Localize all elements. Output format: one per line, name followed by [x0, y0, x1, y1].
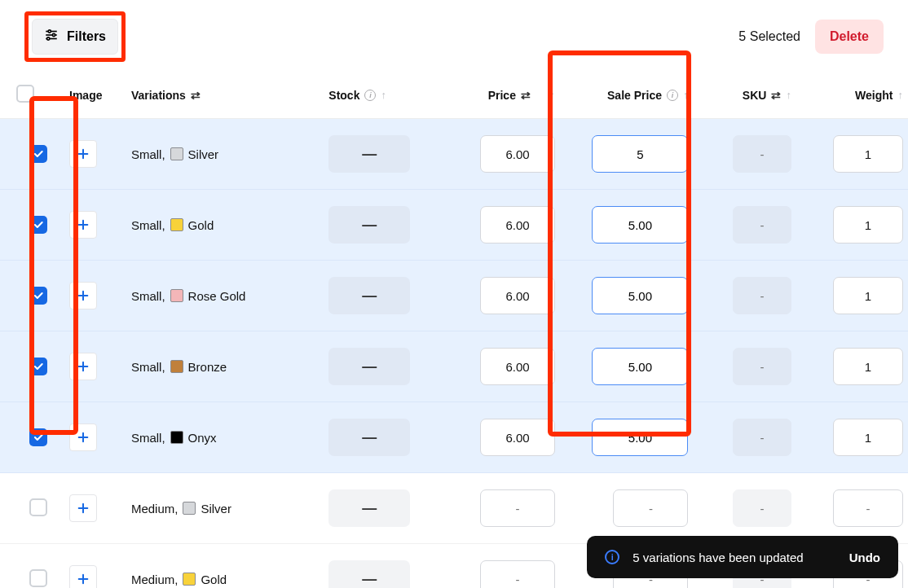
toast: i 5 variations have been updated Undo	[587, 536, 898, 578]
col-stock[interactable]: Stock	[328, 89, 359, 102]
weight-input[interactable]	[833, 348, 903, 385]
delete-button[interactable]: Delete	[815, 20, 884, 54]
stock-cell[interactable]: —	[328, 348, 410, 385]
row-checkbox[interactable]	[29, 145, 47, 163]
sale-price-input[interactable]	[592, 419, 688, 456]
sale-price-input[interactable]	[592, 348, 688, 385]
sku-input[interactable]	[733, 419, 791, 456]
undo-button[interactable]: Undo	[849, 551, 880, 564]
sort-up-icon[interactable]: ↑	[550, 89, 556, 101]
variation-color: Silver	[188, 147, 219, 161]
weight-input[interactable]	[833, 135, 903, 173]
row-checkbox[interactable]	[29, 498, 47, 516]
info-icon[interactable]: i	[667, 90, 678, 101]
weight-input[interactable]	[833, 419, 903, 456]
variation-color: Bronze	[188, 360, 227, 374]
variation-size: Small,	[131, 360, 165, 374]
sale-price-input[interactable]	[592, 277, 688, 314]
variation-size: Small,	[131, 431, 165, 445]
sku-input[interactable]	[733, 489, 791, 527]
price-input[interactable]	[480, 135, 555, 173]
filters-highlight: Filters	[24, 11, 126, 62]
add-image-button[interactable]	[69, 211, 97, 239]
sku-input[interactable]	[733, 348, 791, 385]
selected-count: 5 Selected	[738, 29, 800, 44]
weight-input[interactable]	[833, 489, 903, 527]
variation-label: Small,Rose Gold	[131, 289, 319, 303]
sort-up-icon[interactable]: ↑	[381, 89, 386, 101]
variation-color: Onyx	[188, 431, 217, 445]
sort-up-icon[interactable]: ↑	[786, 89, 791, 101]
table-row[interactable]: Small,Onyx—	[0, 402, 908, 473]
col-sale-price[interactable]: Sale Price	[607, 89, 662, 102]
add-image-button[interactable]	[69, 353, 97, 380]
filters-label: Filters	[67, 29, 106, 44]
variation-size: Medium,	[131, 573, 179, 586]
filters-button[interactable]: Filters	[32, 19, 118, 55]
row-checkbox[interactable]	[29, 569, 47, 587]
color-swatch	[170, 218, 183, 231]
variation-color: Gold	[201, 573, 227, 586]
col-weight[interactable]: Weight	[855, 89, 893, 102]
add-image-button[interactable]	[69, 140, 97, 168]
sku-input[interactable]	[733, 277, 791, 314]
sale-price-input[interactable]	[592, 206, 688, 244]
sort-up-icon[interactable]: ↑	[683, 89, 689, 101]
add-image-button[interactable]	[69, 565, 97, 588]
add-image-button[interactable]	[69, 494, 97, 522]
sale-price-input[interactable]	[613, 489, 688, 527]
stock-cell[interactable]: —	[328, 560, 410, 588]
swap-icon[interactable]: ⇄	[521, 89, 531, 102]
svg-point-3	[52, 33, 55, 36]
table-row[interactable]: Medium,Silver—	[0, 473, 908, 544]
sku-input[interactable]	[733, 206, 791, 244]
row-checkbox[interactable]	[29, 358, 47, 375]
col-price[interactable]: Price	[488, 89, 516, 102]
swap-icon[interactable]: ⇄	[191, 89, 201, 102]
stock-cell[interactable]: —	[328, 206, 410, 244]
row-checkbox[interactable]	[29, 216, 47, 234]
table-row[interactable]: Small,Silver—	[0, 119, 908, 190]
price-input[interactable]	[480, 348, 555, 385]
weight-input[interactable]	[833, 277, 903, 314]
price-input[interactable]	[480, 560, 555, 588]
color-swatch	[183, 573, 196, 586]
color-swatch	[170, 431, 183, 444]
sliders-icon	[44, 28, 59, 46]
stock-cell[interactable]: —	[328, 277, 410, 314]
add-image-button[interactable]	[69, 423, 97, 451]
price-input[interactable]	[480, 419, 555, 456]
info-icon[interactable]: i	[364, 90, 376, 101]
row-checkbox[interactable]	[29, 287, 47, 305]
variations-table: Image Variations ⇄ Stock i ↑ Price ⇄	[0, 77, 908, 588]
swap-icon[interactable]: ⇄	[771, 89, 781, 102]
variation-label: Small,Silver	[131, 147, 319, 161]
variation-label: Small,Onyx	[131, 431, 319, 445]
table-row[interactable]: Small,Rose Gold—	[0, 261, 908, 331]
add-image-button[interactable]	[69, 282, 97, 309]
price-input[interactable]	[480, 206, 555, 244]
sort-up-icon[interactable]: ↑	[898, 89, 904, 101]
price-input[interactable]	[480, 277, 555, 314]
sku-input[interactable]	[733, 135, 791, 173]
variation-color: Gold	[188, 218, 214, 232]
color-swatch	[170, 289, 183, 302]
toast-message: 5 variations have been updated	[633, 551, 803, 564]
variation-label: Medium,Silver	[131, 502, 319, 516]
col-variations[interactable]: Variations	[131, 89, 186, 102]
svg-point-1	[48, 30, 51, 33]
sale-price-input[interactable]	[592, 135, 688, 173]
col-sku[interactable]: SKU	[743, 89, 767, 102]
stock-cell[interactable]: —	[328, 135, 410, 173]
select-all-checkbox[interactable]	[16, 85, 34, 103]
variation-label: Small,Bronze	[131, 360, 319, 374]
stock-cell[interactable]: —	[328, 419, 410, 456]
row-checkbox[interactable]	[29, 428, 47, 446]
variation-size: Small,	[131, 289, 165, 303]
table-row[interactable]: Small,Gold—	[0, 190, 908, 261]
table-row[interactable]: Small,Bronze—	[0, 331, 908, 402]
price-input[interactable]	[480, 489, 555, 527]
variation-size: Medium,	[131, 502, 179, 516]
weight-input[interactable]	[833, 206, 903, 244]
stock-cell[interactable]: —	[328, 489, 410, 527]
